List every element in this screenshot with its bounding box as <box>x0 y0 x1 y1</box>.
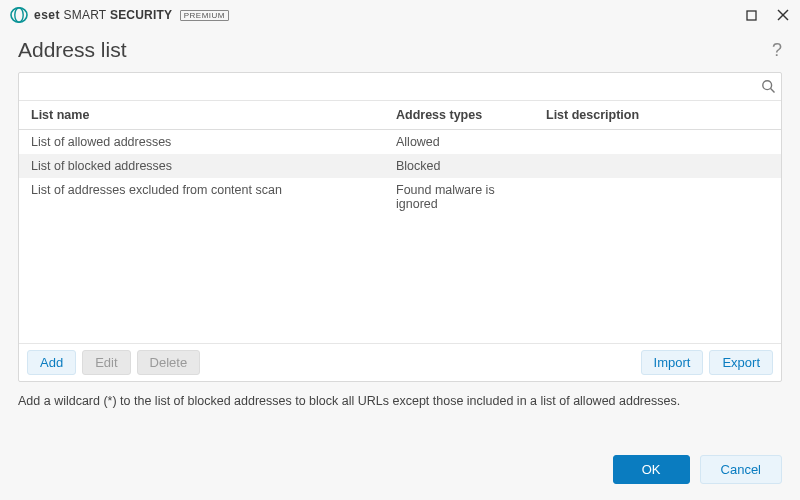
close-icon[interactable] <box>776 8 790 22</box>
cell-desc <box>534 178 781 216</box>
svg-line-6 <box>770 89 774 93</box>
brand: eset SMART SECURITY PREMIUM <box>10 6 229 24</box>
svg-rect-2 <box>747 11 756 20</box>
col-header-name[interactable]: List name <box>19 101 384 129</box>
edit-button: Edit <box>82 350 130 375</box>
hint-text: Add a wildcard (*) to the list of blocke… <box>0 382 800 420</box>
cell-desc <box>534 130 781 154</box>
table-body: List of allowed addresses Allowed List o… <box>19 130 781 343</box>
export-button[interactable]: Export <box>709 350 773 375</box>
cell-types: Found malware is ignored <box>384 178 534 216</box>
delete-button: Delete <box>137 350 201 375</box>
titlebar: eset SMART SECURITY PREMIUM <box>0 0 800 30</box>
search-input[interactable] <box>19 73 755 100</box>
svg-point-1 <box>15 8 23 22</box>
table-row[interactable]: List of addresses excluded from content … <box>19 178 781 216</box>
table-header: List name Address types List description <box>19 101 781 130</box>
brand-premium-badge: PREMIUM <box>180 10 229 21</box>
footer: OK Cancel <box>0 443 800 500</box>
import-button[interactable]: Import <box>641 350 704 375</box>
svg-point-5 <box>762 81 771 90</box>
brand-text: eset SMART SECURITY PREMIUM <box>34 8 229 22</box>
add-button[interactable]: Add <box>27 350 76 375</box>
list-panel: List name Address types List description… <box>18 72 782 382</box>
help-icon[interactable]: ? <box>772 40 782 61</box>
cell-name: List of blocked addresses <box>19 154 384 178</box>
cancel-button[interactable]: Cancel <box>700 455 782 484</box>
svg-point-0 <box>11 8 27 22</box>
cell-name: List of addresses excluded from content … <box>19 178 384 216</box>
brand-security: SECURITY <box>110 8 172 22</box>
table-row[interactable]: List of allowed addresses Allowed <box>19 130 781 154</box>
col-header-types[interactable]: Address types <box>384 101 534 129</box>
eset-logo-icon <box>10 6 28 24</box>
action-bar: Add Edit Delete Import Export <box>19 343 781 381</box>
header: Address list ? <box>0 30 800 72</box>
search-row <box>19 73 781 101</box>
cell-types: Allowed <box>384 130 534 154</box>
cell-name: List of allowed addresses <box>19 130 384 154</box>
window-controls <box>744 8 790 22</box>
maximize-icon[interactable] <box>744 8 758 22</box>
brand-smart: SMART <box>64 8 107 22</box>
ok-button[interactable]: OK <box>613 455 690 484</box>
col-header-desc[interactable]: List description <box>534 101 781 129</box>
table-row[interactable]: List of blocked addresses Blocked <box>19 154 781 178</box>
search-icon[interactable] <box>755 74 781 100</box>
cell-types: Blocked <box>384 154 534 178</box>
brand-eset: eset <box>34 8 60 22</box>
cell-desc <box>534 154 781 178</box>
page-title: Address list <box>18 38 127 62</box>
